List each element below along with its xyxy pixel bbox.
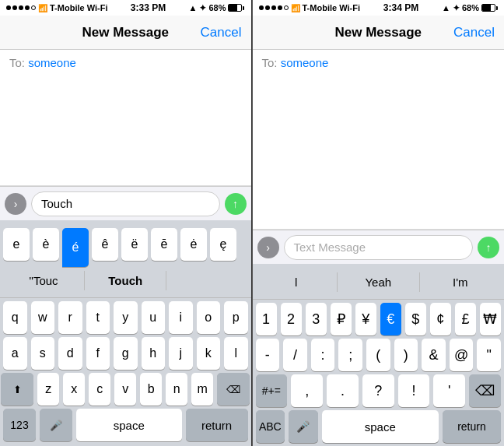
key-r[interactable]: r xyxy=(58,301,82,334)
signal-icon-right xyxy=(259,5,289,10)
key-minus[interactable]: - xyxy=(256,339,280,371)
nav-bar-left: New Message Cancel xyxy=(0,16,251,50)
delete-key-left[interactable]: ⌫ xyxy=(217,373,250,406)
nav-title-left: New Message xyxy=(82,25,170,40)
key-question[interactable]: ? xyxy=(362,374,394,407)
signal-right-icon: ▲ xyxy=(189,3,198,12)
key-t[interactable]: t xyxy=(86,301,110,334)
autocomplete-row-left: "Touc Touch xyxy=(0,264,251,298)
battery-icon-right xyxy=(481,4,498,12)
accent-e-dot[interactable]: ė xyxy=(180,228,207,261)
key-x[interactable]: x xyxy=(63,373,85,406)
key-l[interactable]: l xyxy=(224,337,248,370)
key-euro[interactable]: € xyxy=(380,303,401,335)
key-apos[interactable]: ' xyxy=(433,374,465,407)
accent-e-circ[interactable]: ê xyxy=(92,228,118,261)
key-semicolon[interactable]: ; xyxy=(338,339,362,371)
key-row-1-left: q w r t y u i o p xyxy=(0,298,251,334)
space-key-left[interactable]: space xyxy=(76,409,182,441)
key-c[interactable]: c xyxy=(89,373,110,406)
autocomplete-1[interactable]: "Touc xyxy=(3,271,85,290)
abc-key-right[interactable]: ABC xyxy=(256,410,285,443)
input-bar-left: › Touch ↑ xyxy=(0,186,251,220)
key-u[interactable]: u xyxy=(142,301,166,334)
key-hasheq[interactable]: #+= xyxy=(256,374,288,407)
key-lparen[interactable]: ( xyxy=(366,339,390,371)
return-key-left[interactable]: return xyxy=(186,409,248,441)
accent-e[interactable]: e xyxy=(3,228,30,261)
key-exclaim[interactable]: ! xyxy=(398,374,430,407)
cancel-button-right[interactable]: Cancel xyxy=(453,25,495,40)
key-z[interactable]: z xyxy=(37,373,59,406)
key-ruble[interactable]: ₽ xyxy=(331,303,352,335)
accent-e-macron[interactable]: ē xyxy=(151,228,177,261)
autocomplete-3[interactable] xyxy=(166,278,247,284)
accent-e-ogonek[interactable]: ę xyxy=(210,228,236,261)
time-left: 3:33 PM xyxy=(131,2,166,13)
message-input-left[interactable]: Touch xyxy=(31,191,220,216)
send-button-left[interactable]: ↑ xyxy=(225,193,247,215)
key-i[interactable]: i xyxy=(169,301,193,334)
expand-button-right[interactable]: › xyxy=(257,237,279,258)
key-2[interactable]: 2 xyxy=(281,303,302,335)
autocomplete-r2[interactable]: Yeah xyxy=(338,272,420,292)
shift-icon: ⬆ xyxy=(13,384,22,395)
send-button-right[interactable]: ↑ xyxy=(478,237,499,258)
key-cent[interactable]: ¢ xyxy=(430,303,451,335)
autocomplete-2[interactable]: Touch xyxy=(85,271,166,290)
key-h[interactable]: h xyxy=(142,337,166,370)
num-switch-left[interactable]: 123 xyxy=(3,409,36,441)
key-m[interactable]: m xyxy=(191,373,213,406)
key-o[interactable]: o xyxy=(197,301,221,334)
key-q[interactable]: q xyxy=(3,301,27,334)
return-key-right[interactable]: return xyxy=(443,410,501,443)
autocomplete-r3[interactable]: I'm xyxy=(420,272,502,292)
key-b[interactable]: b xyxy=(140,373,162,406)
message-input-right[interactable]: Text Message xyxy=(284,235,474,260)
key-yen[interactable]: ¥ xyxy=(355,303,376,335)
emoji-key-left[interactable]: 🎤 xyxy=(40,409,72,441)
key-dollar[interactable]: $ xyxy=(405,303,426,335)
to-field-left: To: someone xyxy=(9,56,242,69)
num-row-1: 1 2 3 ₽ ¥ € $ ¢ £ ₩ xyxy=(253,300,505,335)
key-d[interactable]: d xyxy=(58,337,82,370)
key-f[interactable]: f xyxy=(86,337,110,370)
autocomplete-r1[interactable]: l xyxy=(256,272,338,292)
key-a[interactable]: a xyxy=(3,337,27,370)
key-quote[interactable]: " xyxy=(477,339,501,371)
key-p[interactable]: p xyxy=(224,301,248,334)
key-j[interactable]: j xyxy=(169,337,193,370)
accent-e-uml[interactable]: ë xyxy=(121,228,148,261)
key-amp[interactable]: & xyxy=(422,339,446,371)
key-v[interactable]: v xyxy=(114,373,136,406)
key-w[interactable]: w xyxy=(31,301,55,334)
delete-key-right[interactable]: ⌫ xyxy=(469,374,501,407)
key-1[interactable]: 1 xyxy=(256,303,277,335)
key-at[interactable]: @ xyxy=(450,339,474,371)
key-rparen[interactable]: ) xyxy=(394,339,418,371)
wifi-icon: 📶 xyxy=(38,4,47,12)
accent-e-grave[interactable]: è xyxy=(33,228,59,261)
key-comma[interactable]: , xyxy=(291,374,323,407)
key-3[interactable]: 3 xyxy=(306,303,327,335)
key-dot-r[interactable]: . xyxy=(327,374,359,407)
chevron-right-icon-r: › xyxy=(266,241,270,254)
accent-e-acute[interactable]: é xyxy=(62,228,89,267)
expand-button-left[interactable]: › xyxy=(5,193,26,215)
key-n[interactable]: n xyxy=(166,373,187,406)
key-g[interactable]: g xyxy=(114,337,138,370)
status-bar-right: 📶 T-Mobile Wi-Fi 3:34 PM ▲ ✦ 68% xyxy=(253,0,505,16)
key-colon[interactable]: : xyxy=(311,339,335,371)
key-y[interactable]: y xyxy=(114,301,138,334)
num-row-2: - / : ; ( ) & @ " xyxy=(253,335,505,371)
shift-key-left[interactable]: ⬆ xyxy=(1,373,33,406)
key-slash[interactable]: / xyxy=(283,339,307,371)
recipient-right: someone xyxy=(281,56,329,69)
space-key-right[interactable]: space xyxy=(322,410,439,443)
key-pound[interactable]: £ xyxy=(455,303,476,335)
key-k[interactable]: k xyxy=(197,337,221,370)
key-s[interactable]: s xyxy=(31,337,55,370)
cancel-button-left[interactable]: Cancel xyxy=(201,25,242,40)
mic-key-right[interactable]: 🎤 xyxy=(289,410,318,443)
key-won[interactable]: ₩ xyxy=(480,303,501,335)
